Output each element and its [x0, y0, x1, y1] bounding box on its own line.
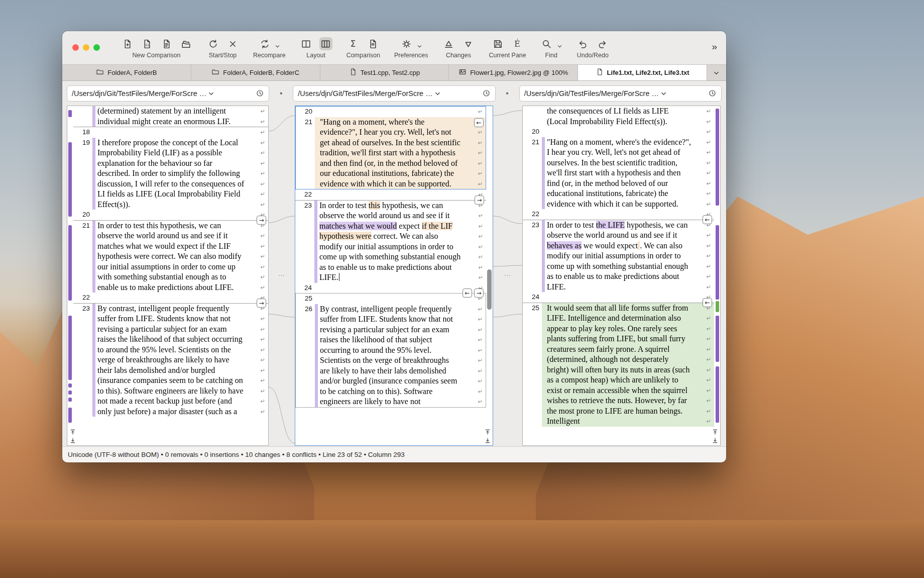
merge-right-button[interactable]: → — [475, 196, 484, 205]
return-mark: ↵ — [257, 200, 268, 210]
encoding-icon[interactable]: É — [511, 37, 524, 50]
merge-right-button[interactable]: → — [257, 216, 266, 225]
sigma-icon[interactable]: Σ — [347, 37, 360, 50]
plain-text: I therefore propose the concept of the L… — [97, 138, 244, 209]
toolbar-overflow-button[interactable]: » — [712, 41, 717, 52]
text-line-18[interactable]: 18↵ — [73, 127, 268, 138]
chevron-down-icon[interactable] — [660, 90, 667, 97]
tab-label: Life1.txt, Life2.txt, Life3.txt — [607, 69, 689, 76]
layout-two-icon[interactable] — [300, 37, 313, 50]
refresh-icon[interactable] — [206, 37, 219, 50]
save-icon[interactable] — [491, 37, 504, 50]
stop-x-icon[interactable] — [226, 37, 239, 50]
line-ending-marks: ↵↵↵↵↵↵↵ — [257, 221, 268, 293]
change-map-left[interactable] — [67, 106, 73, 423]
tab-flower1-jpg-flower2-jpg-100[interactable]: Flower1.jpg, Flower2.jpg @ 100% — [449, 65, 578, 80]
merge-left-button[interactable]: ← — [703, 298, 712, 307]
text-line-23[interactable]: 23In order to test this hypothesis, we c… — [295, 200, 486, 283]
pane-gap-menu[interactable]: … — [493, 269, 522, 277]
tab-life1-txt-life2-txt-life3-txt[interactable]: Life1.txt, Life2.txt, Life3.txt — [578, 65, 707, 80]
merge-left-button[interactable]: ← — [463, 288, 472, 298]
text-line-21[interactable]: 21In order to test this hypothesis, we c… — [73, 220, 268, 293]
line-text: In order to test this hypothesis, we can… — [95, 221, 257, 293]
close-window-button[interactable] — [72, 44, 79, 51]
tab-foldera-folderb-folderc[interactable]: FolderA, FolderB, FolderC — [191, 65, 320, 80]
doc-new-icon[interactable] — [121, 37, 134, 50]
jump-first-change-button[interactable] — [69, 428, 77, 435]
text-line-25[interactable]: 25It would seem that all life forms suff… — [523, 303, 714, 427]
history-icon[interactable] — [708, 89, 717, 98]
vertical-scrollbar[interactable] — [487, 269, 492, 310]
return-mark: ↵ — [475, 366, 486, 376]
text-line-24[interactable]: 24↵ — [295, 283, 486, 294]
folders-icon[interactable] — [179, 37, 192, 50]
merge-right-button[interactable]: → — [257, 299, 266, 308]
zoom-window-button[interactable] — [93, 44, 100, 51]
chevron-down-icon[interactable] — [275, 43, 280, 49]
text-line-20[interactable]: 20↵ — [73, 210, 268, 220]
report-icon[interactable] — [367, 37, 380, 50]
text-line-19[interactable]: 19I therefore propose the concept of the… — [73, 138, 268, 210]
layout-three-icon[interactable] — [319, 37, 332, 50]
text-line-21[interactable]: 21"Hang on a moment, where's the evidenc… — [296, 117, 486, 189]
jump-last-change-button[interactable] — [711, 437, 719, 444]
doc-binary-icon[interactable]: 01 — [140, 37, 153, 50]
history-icon[interactable] — [256, 89, 264, 98]
text-line-20[interactable]: 20↵ — [296, 107, 486, 117]
text-line-22[interactable]: 22↵ — [73, 293, 268, 303]
text-line-cont[interactable]: (determined) statement by an intelligent… — [73, 106, 268, 127]
jump-first-change-button[interactable] — [484, 428, 492, 435]
text-line-cont[interactable]: the consequences of LI fields as LIFE (L… — [523, 106, 714, 127]
left-pane-text[interactable]: (determined) statement by an intelligent… — [73, 106, 268, 445]
merge-right-button[interactable]: → — [474, 288, 484, 298]
text-line-22[interactable]: 22↵ — [523, 209, 714, 220]
merge-left-button[interactable]: ← — [703, 215, 712, 224]
change-map-right[interactable] — [715, 106, 720, 423]
chevron-down-icon[interactable] — [557, 43, 562, 49]
pane-link-dot[interactable]: • — [269, 89, 293, 98]
tab-test1-cpp-test2-cpp[interactable]: Test1.cpp, Test2.cpp — [320, 65, 449, 80]
text-line-22[interactable]: 22↵ — [295, 189, 486, 200]
line-ending-marks: ↵↵↵↵↵↵↵ — [257, 138, 268, 210]
redo-icon[interactable] — [596, 37, 609, 50]
pane-link-dot[interactable]: • — [496, 89, 519, 98]
right-pane-text[interactable]: the consequences of LI fields as LIFE (L… — [523, 106, 714, 445]
text-line-20[interactable]: 20↵ — [523, 127, 714, 137]
gear-icon[interactable] — [400, 37, 413, 50]
middle-pane-text[interactable]: 20↵21"Hang on a moment, where's the evid… — [295, 106, 486, 445]
doc-plain-icon[interactable] — [160, 37, 173, 50]
chevron-down-icon[interactable] — [417, 43, 422, 49]
text-line-25[interactable]: 25↵→← — [296, 294, 486, 304]
minimize-window-button[interactable] — [83, 44, 89, 51]
text-line-24[interactable]: 24↵ — [523, 292, 714, 303]
toolbar-group-label: Recompare — [253, 52, 286, 59]
jump-first-change-button[interactable] — [711, 428, 719, 435]
return-mark: ↵ — [257, 355, 268, 365]
find-icon[interactable] — [540, 37, 553, 50]
path-field-right[interactable]: /Users/djn/Git/TestFiles/Merge/ForScre … — [519, 85, 722, 102]
path-field-left[interactable]: /Users/djn/Git/TestFiles/Merge/ForScre … — [67, 85, 269, 102]
path-field-middle[interactable]: /Users/djn/Git/TestFiles/Merge/ForScre … — [293, 85, 495, 102]
jump-last-change-button[interactable] — [484, 437, 492, 444]
history-icon[interactable] — [482, 89, 491, 98]
line-ending-marks: ↵↵↵↵↵↵↵ — [703, 220, 714, 293]
next-change-icon[interactable] — [461, 37, 475, 50]
merge-left-button[interactable]: ← — [474, 118, 484, 127]
pane-gap-menu[interactable]: … — [269, 269, 295, 277]
line-number: 24 — [523, 292, 542, 303]
chevron-down-icon[interactable] — [434, 90, 441, 97]
text-line-26[interactable]: 26By contrast, intelligent people freque… — [296, 304, 486, 407]
jump-last-change-button[interactable] — [69, 437, 77, 444]
tab-list-chevron[interactable] — [707, 65, 726, 80]
toolbar-icons-row: É — [491, 36, 524, 51]
text-line-23[interactable]: 23In order to test the LIFE hypothesis, … — [523, 220, 714, 293]
sync-icon[interactable] — [258, 37, 271, 50]
prev-change-icon[interactable] — [442, 37, 455, 50]
tab-foldera-folderb[interactable]: FolderA, FolderB — [62, 65, 191, 80]
text-line-23[interactable]: 23By contrast, intelligent people freque… — [73, 303, 268, 417]
text-line-21[interactable]: 21"Hang on a moment, where's the evidenc… — [523, 137, 714, 210]
undo-icon[interactable] — [576, 37, 590, 50]
toolbar-group-label: Find — [545, 52, 557, 59]
return-mark: ↵ — [257, 106, 268, 117]
chevron-down-icon[interactable] — [208, 90, 214, 97]
